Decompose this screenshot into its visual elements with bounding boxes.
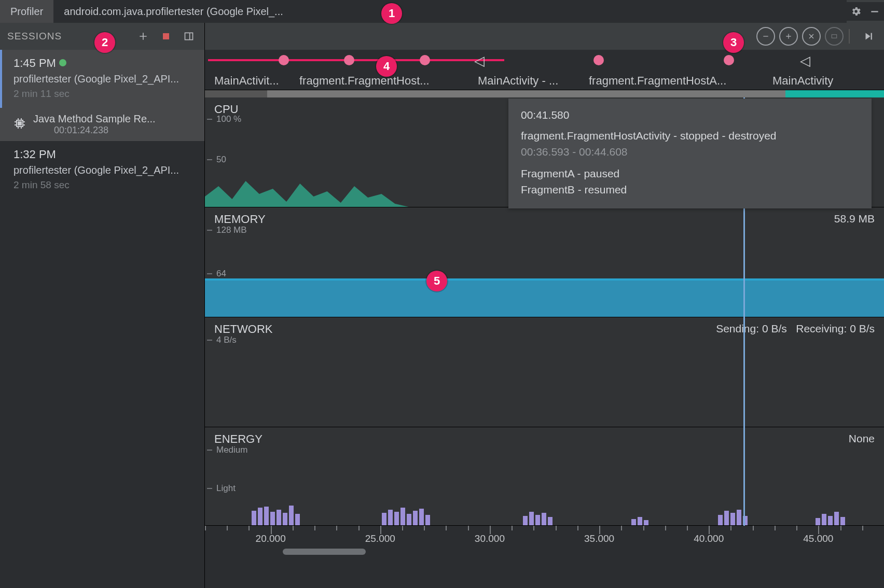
session-item[interactable]: 1:45 PM profilertester (Google Pixel_2_A… — [0, 50, 204, 108]
back-event-icon: ◁ — [800, 53, 810, 69]
fit-button[interactable] — [825, 27, 844, 46]
tooltip-fragment: FragmentB - resumed — [521, 181, 859, 198]
svg-rect-0 — [871, 11, 878, 12]
reset-zoom-button[interactable] — [802, 27, 821, 46]
zoom-in-button[interactable] — [779, 27, 798, 46]
lane-title: MEMORY — [214, 213, 266, 226]
zoom-out-button[interactable] — [756, 27, 775, 46]
svg-rect-17 — [832, 35, 836, 38]
recording-item[interactable]: Java Method Sample Re... 00:01:24.238 — [0, 108, 204, 141]
recording-time: 00:01:24.238 — [54, 125, 156, 136]
scale-label: 64 — [216, 269, 226, 279]
sessions-sidebar: SESSIONS 1:45 PM profilertester (Google … — [0, 23, 205, 588]
cpu-chip-icon — [13, 117, 26, 132]
back-event-icon: ◁ — [474, 53, 485, 69]
session-time: 1:32 PM — [13, 148, 56, 161]
event-labels: MainActivit... fragment.FragmentHost... … — [214, 74, 881, 88]
gear-icon[interactable] — [847, 2, 865, 21]
panel-icon[interactable] — [181, 28, 197, 45]
svg-rect-5 — [18, 122, 21, 125]
cpu-lane[interactable]: CPU 100 % 50 00:41.580 fragment.Fragment… — [205, 97, 884, 207]
memory-chart — [205, 281, 884, 317]
session-time: 1:45 PM — [13, 57, 56, 69]
svg-rect-2 — [185, 33, 193, 39]
event-label: MainActivity - ... — [478, 74, 582, 88]
lane-title: NETWORK — [214, 323, 272, 336]
session-duration: 2 min 58 sec — [13, 178, 195, 192]
add-session-icon[interactable] — [135, 28, 151, 45]
network-sending: Sending: 0 B/s — [716, 323, 787, 334]
event-dot-icon — [279, 55, 289, 65]
scale-label: 100 % — [216, 114, 241, 124]
time-axis[interactable]: 20.00025.00030.00035.00040.00045.000 — [205, 526, 884, 557]
axis-label: 45.000 — [803, 533, 833, 544]
events-lane[interactable]: ◁◁ MainActivit... fragment.FragmentHost.… — [205, 50, 884, 90]
axis-label: 40.000 — [694, 533, 724, 544]
lane-title: ENERGY — [214, 432, 263, 446]
callout-5: 5 — [426, 271, 447, 291]
svg-rect-14 — [763, 36, 768, 36]
energy-chart — [208, 484, 881, 525]
tooltip-time: 00:41.580 — [521, 107, 859, 123]
event-dot-icon — [724, 55, 734, 65]
energy-value: None — [849, 432, 875, 445]
session-name: profilertester (Google Pixel_2_API... — [13, 163, 195, 178]
axis-label: 20.000 — [256, 533, 286, 544]
memory-value: 58.9 MB — [834, 213, 875, 225]
scale-label: 4 B/s — [216, 335, 237, 345]
profiler-tab[interactable]: Profiler — [0, 0, 53, 23]
callout-3: 3 — [723, 32, 744, 53]
timeline-content: ◁◁ MainActivit... fragment.FragmentHost.… — [205, 23, 884, 588]
scale-label: 50 — [216, 155, 226, 165]
network-legend: Sending: 0 B/s Receiving: 0 B/s — [716, 323, 875, 335]
event-dot-icon — [344, 55, 354, 65]
session-name: profilertester (Google Pixel_2_API... — [13, 72, 195, 87]
callout-4: 4 — [376, 56, 397, 77]
hover-tooltip: 00:41.580 fragment.FragmentHostActivity … — [508, 99, 872, 208]
session-item[interactable]: 1:32 PM profilertester (Google Pixel_2_A… — [0, 141, 204, 199]
overview-bar[interactable] — [205, 90, 884, 97]
titlebar: Profiler android.com.java.profilertester… — [0, 0, 884, 23]
axis-label: 30.000 — [475, 533, 505, 544]
go-live-button[interactable] — [859, 27, 878, 46]
callout-2: 2 — [94, 32, 115, 53]
network-lane[interactable]: NETWORK Sending: 0 B/s Receiving: 0 B/s … — [205, 317, 884, 427]
axis-label: 25.000 — [365, 533, 395, 544]
horizontal-scrollbar[interactable] — [283, 549, 366, 555]
app-tab[interactable]: android.com.java.profilertester (Google … — [53, 0, 303, 23]
axis-label: 35.000 — [584, 533, 614, 544]
network-receiving: Receiving: 0 B/s — [796, 323, 875, 334]
event-dot-icon — [420, 55, 430, 65]
stop-icon[interactable] — [158, 28, 174, 45]
recording-label: Java Method Sample Re... — [33, 113, 156, 125]
svg-rect-18 — [871, 33, 872, 40]
sessions-title: SESSIONS — [7, 31, 62, 42]
event-label: fragment.FragmentHostA... — [589, 74, 765, 88]
tooltip-range: 00:36.593 - 00:44.608 — [521, 144, 859, 160]
active-dot-icon — [59, 59, 66, 66]
energy-lane[interactable]: ENERGY None Medium Light — [205, 427, 884, 526]
callout-1: 1 — [381, 3, 402, 24]
memory-lane[interactable]: MEMORY 58.9 MB 128 MB 64 — [205, 207, 884, 317]
scale-label: 128 MB — [216, 225, 247, 235]
svg-rect-1 — [163, 33, 169, 39]
event-label: MainActivit... — [214, 74, 292, 88]
event-label: MainActivity — [772, 74, 855, 88]
scale-label: Medium — [216, 445, 247, 455]
session-duration: 2 min 11 sec — [13, 87, 195, 101]
tooltip-fragment: FragmentA - paused — [521, 165, 859, 182]
tooltip-activity: fragment.FragmentHostActivity - stopped … — [521, 128, 859, 144]
timeline-toolbar — [205, 23, 884, 50]
event-dot-icon — [593, 55, 604, 65]
minimize-icon[interactable] — [865, 2, 884, 21]
